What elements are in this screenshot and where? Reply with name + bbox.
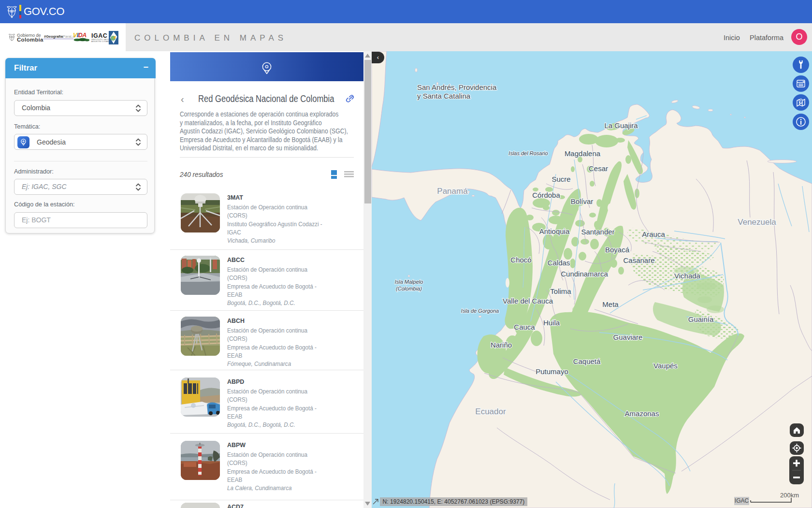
svg-text:Valle del Cauca: Valle del Cauca — [503, 297, 553, 305]
svg-text:Isla Malpelo: Isla Malpelo — [395, 279, 423, 285]
svg-text:Vichada: Vichada — [674, 272, 701, 280]
svg-text:Caquetá: Caquetá — [573, 357, 601, 365]
svg-text:Casanare: Casanare — [623, 256, 654, 264]
svg-text:Cundinamarca: Cundinamarca — [561, 270, 608, 278]
svg-text:Isla de Gorgona: Isla de Gorgona — [461, 308, 499, 314]
svg-text:Putumayo: Putumayo — [536, 367, 568, 376]
svg-text:Islas del Rosario: Islas del Rosario — [508, 150, 548, 156]
svg-text:Cesar: Cesar — [589, 164, 608, 173]
svg-text:San Andrés, Providencia: San Andrés, Providencia — [417, 83, 497, 91]
svg-text:Vaupés: Vaupés — [653, 362, 678, 370]
svg-text:Caldas: Caldas — [548, 259, 570, 267]
svg-text:y Santa Catalina: y Santa Catalina — [417, 92, 471, 100]
svg-text:Guainía: Guainía — [688, 315, 714, 323]
svg-text:Tolima: Tolima — [550, 287, 571, 295]
svg-text:Arauca: Arauca — [642, 230, 665, 238]
svg-text:Sucre: Sucre — [551, 175, 570, 183]
svg-text:Chocó: Chocó — [510, 256, 531, 264]
svg-text:Guaviare: Guaviare — [613, 333, 643, 341]
svg-text:Cauca: Cauca — [514, 323, 535, 331]
svg-text:Santander: Santander — [581, 228, 614, 236]
svg-text:Huila: Huila — [543, 319, 560, 327]
svg-text:Antioquia: Antioquia — [539, 227, 570, 235]
svg-text:Amazonas: Amazonas — [625, 409, 659, 418]
svg-text:Venezuela: Venezuela — [738, 218, 776, 227]
svg-text:Boyacá: Boyacá — [605, 246, 630, 254]
svg-text:Panamá: Panamá — [437, 187, 468, 196]
svg-text:Córdoba: Córdoba — [532, 191, 560, 199]
svg-text:La Guajira: La Guajira — [604, 121, 638, 130]
svg-text:Ecuador: Ecuador — [475, 407, 506, 416]
svg-text:Meta: Meta — [602, 300, 619, 308]
svg-text:Magdalena: Magdalena — [565, 149, 601, 158]
svg-text:Nariño: Nariño — [491, 341, 512, 349]
svg-text:Bolívar: Bolívar — [571, 197, 594, 205]
svg-text:(Colombia): (Colombia) — [396, 286, 422, 291]
